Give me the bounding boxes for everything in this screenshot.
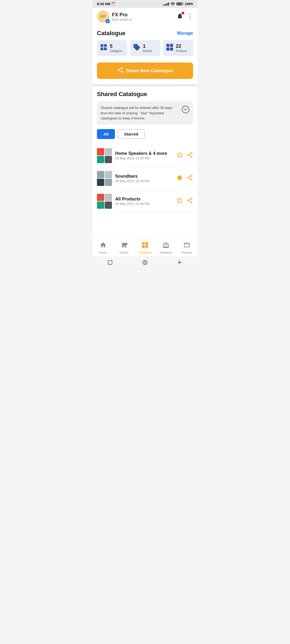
wifi-icon — [170, 2, 175, 6]
svg-point-9 — [118, 69, 119, 71]
nav-home-label: Home — [99, 251, 107, 254]
item-date-3: 08 May 2023, 01:46 PM — [115, 202, 173, 206]
stat-brand: 1 Brand — [130, 40, 160, 56]
svg-line-26 — [189, 201, 191, 202]
nav-orders[interactable]: Orders — [116, 241, 132, 254]
home-icon — [100, 241, 107, 250]
finance-icon — [183, 241, 190, 250]
nav-rewards[interactable]: Rewards — [158, 241, 174, 254]
categories-label: Categori... — [110, 49, 125, 53]
filter-tabs: All Starred — [97, 129, 193, 139]
stat-categories: 5 Categori... — [97, 40, 127, 56]
status-bar: 8:16 AM ⏰ 100% — [93, 0, 197, 8]
notification-dot — [182, 12, 184, 14]
app-subtitle: fxpro.avysh.in — [112, 18, 132, 21]
svg-line-12 — [119, 69, 121, 70]
share-button-label: Share New Catalogue — [126, 68, 173, 74]
manage-link[interactable]: Manage — [177, 31, 193, 36]
nav-finance[interactable]: Finance — [179, 241, 195, 254]
svg-line-21 — [189, 178, 191, 179]
star-button-3[interactable] — [176, 197, 183, 205]
brand-label: Brand — [143, 49, 151, 53]
svg-point-34 — [143, 260, 147, 265]
stat-product: 22 Product — [163, 40, 193, 56]
info-text: Shared catalogue will be deleted after 3… — [101, 105, 179, 121]
item-name-1: Home Speakers & 4 more — [115, 151, 173, 156]
app-name: FX Pro — [112, 12, 132, 18]
android-square-button[interactable] — [107, 259, 113, 265]
section-divider — [93, 84, 197, 86]
android-circle-button[interactable] — [142, 259, 148, 265]
info-box: Shared catalogue will be deleted after 3… — [97, 101, 193, 125]
svg-rect-29 — [145, 242, 148, 245]
share-button-2[interactable] — [187, 174, 193, 182]
share-button-1[interactable] — [187, 152, 193, 160]
stats-row: 5 Categori... 1 Brand 22 Product — [93, 40, 197, 60]
alarm-icon: ⏰ — [111, 2, 115, 6]
item-thumbnail-3 — [97, 194, 112, 209]
svg-point-25 — [191, 202, 192, 203]
catalogue-item-3: All Products 08 May 2023, 01:46 PM — [97, 190, 193, 213]
shared-catalogue-section: Shared Catalogue Shared catalogue will b… — [93, 86, 197, 239]
signal-icon — [163, 2, 169, 6]
svg-point-18 — [191, 175, 192, 176]
item-date-1: 08 May 2023, 02:59 PM — [115, 156, 173, 160]
nav-home[interactable]: Home — [95, 241, 111, 254]
item-thumbnail-2 — [97, 171, 112, 186]
share-icon — [117, 67, 124, 75]
svg-point-13 — [191, 152, 192, 153]
item-thumbnail-1 — [97, 148, 112, 163]
svg-line-22 — [189, 176, 191, 177]
nav-catalogue[interactable]: Catalogue — [137, 241, 153, 254]
item-date-2: 08 May 2023, 01:46 PM — [115, 179, 173, 183]
svg-rect-1 — [104, 44, 107, 47]
star-button-2[interactable] — [176, 174, 183, 182]
rewards-icon — [162, 241, 169, 250]
svg-line-27 — [189, 199, 191, 200]
bottom-nav: Home Orders Catalogue Rewards Finance — [93, 239, 197, 256]
catalogue-title: Catalogue — [97, 30, 125, 37]
item-name-3: All Products — [115, 197, 173, 202]
catalogue-item-1: Home Speakers & 4 more 08 May 2023, 02:5… — [97, 144, 193, 167]
android-back-button[interactable] — [177, 259, 183, 265]
svg-point-23 — [191, 198, 192, 199]
product-label: Product — [176, 49, 187, 53]
shared-catalogue-title: Shared Catalogue — [97, 91, 193, 98]
svg-point-15 — [191, 156, 192, 157]
svg-point-8 — [121, 67, 123, 69]
info-badge: ℹ — [106, 19, 110, 23]
svg-rect-30 — [142, 245, 145, 248]
brand-count: 1 — [143, 43, 151, 49]
svg-line-16 — [189, 155, 191, 156]
battery-icon — [176, 2, 183, 5]
notification-bell[interactable] — [176, 13, 183, 21]
svg-rect-32 — [165, 245, 168, 246]
svg-rect-0 — [101, 44, 103, 47]
svg-rect-3 — [104, 47, 107, 50]
app-header: FP ℹ FX Pro fxpro.avysh.in ⋮ — [93, 8, 197, 25]
svg-line-17 — [189, 153, 191, 154]
close-info-button[interactable]: ✕ — [182, 106, 189, 113]
menu-button[interactable]: ⋮ — [187, 13, 193, 20]
status-time: 8:16 AM ⏰ — [97, 2, 115, 6]
star-button-1[interactable] — [176, 152, 183, 160]
product-count: 22 — [176, 43, 187, 49]
item-name-2: Soundbars — [115, 174, 173, 179]
product-icon — [166, 43, 174, 53]
nav-finance-label: Finance — [182, 251, 192, 254]
catalogue-header: Catalogue Manage — [93, 25, 197, 40]
svg-point-19 — [188, 177, 189, 178]
share-button-3[interactable] — [187, 197, 193, 205]
share-button-wrap: Share New Catalogue — [93, 60, 197, 84]
nav-catalogue-label: Catalogue — [138, 251, 152, 254]
svg-rect-2 — [101, 47, 103, 50]
svg-point-35 — [144, 261, 146, 263]
tab-starred[interactable]: Starred — [118, 129, 145, 139]
tab-all[interactable]: All — [97, 129, 115, 139]
svg-point-10 — [121, 71, 123, 73]
share-new-catalogue-button[interactable]: Share New Catalogue — [97, 63, 193, 79]
nav-rewards-label: Rewards — [160, 251, 172, 254]
status-icons: 100% — [163, 2, 193, 6]
svg-point-14 — [188, 154, 189, 155]
catalogue-nav-icon — [142, 241, 148, 250]
